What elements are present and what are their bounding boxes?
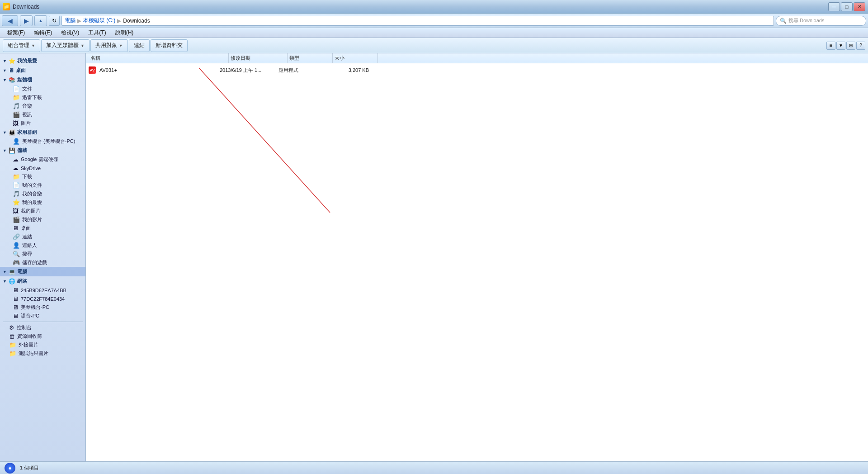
breadcrumb-current: Downloads	[123, 18, 150, 24]
storage-arrow: ▼	[3, 148, 7, 153]
desktop-label: 桌面	[16, 67, 26, 74]
toolbar-share[interactable]: 共用對象 ▼	[90, 39, 128, 52]
sidebar-item-skydrive[interactable]: ☁ SkyDrive	[0, 164, 85, 172]
svg-line-0	[199, 68, 330, 213]
sidebar-section-homegroup[interactable]: ▼ 👪 家用群組	[0, 128, 85, 137]
homegroup-label: 家用群組	[17, 129, 37, 136]
toolbar: 組合管理 ▼ 加入至媒體櫃 ▼ 共用對象 ▼ 連結 新增資料夾 ≡ ▼ ⊟ ?	[0, 38, 868, 53]
my-favorites-icon: ⭐	[13, 199, 20, 206]
minimize-button[interactable]: ─	[828, 2, 840, 11]
sidebar-section-storage[interactable]: ▼ 💾 儲藏	[0, 146, 85, 155]
sidebar-item-control-panel[interactable]: ⚙ 控制台	[0, 323, 85, 332]
external-pics-label: 外接圖片	[19, 341, 38, 348]
refresh-button[interactable]: ↻	[49, 16, 60, 26]
net2-label: 77DC22F784E0434	[21, 296, 65, 302]
window-title: Downloads	[13, 4, 39, 10]
toolbar-add-to-library[interactable]: 加入至媒體櫃 ▼	[41, 39, 90, 52]
library-arrow: ▼	[3, 78, 7, 82]
links-label: 連結	[22, 233, 32, 240]
sidebar-item-downloads[interactable]: 📁 迅雷下載	[0, 93, 85, 102]
titlebar-controls: ─ □ ✕	[828, 2, 865, 11]
view-details-button[interactable]: ≡	[826, 42, 835, 50]
file-item-av031[interactable]: AV AV031● 2013/6/19 上午 1... 應用程式 3,207 K…	[86, 65, 868, 75]
restore-button[interactable]: □	[841, 2, 853, 11]
external-pics-icon: 📁	[9, 341, 16, 348]
net2-icon: 🖥	[13, 295, 19, 302]
download-label: 下載	[22, 173, 32, 180]
sidebar-item-external-pics[interactable]: 📁 外接圖片	[0, 341, 85, 349]
sidebar-item-my-documents[interactable]: 📄 我的文件	[0, 181, 85, 190]
titlebar: 📁 Downloads ─ □ ✕	[0, 0, 868, 14]
sidebar-item-net4[interactable]: 🖥 語音-PC	[0, 312, 85, 320]
favorites-arrow: ▼	[3, 59, 7, 63]
col-header-size[interactable]: 大小	[333, 53, 378, 63]
addressbar: ◀ ▶ ▲ ↻ 電腦 ▶ 本機磁碟 (C:) ▶ Downloads 🔍 搜尋 …	[0, 14, 868, 28]
menu-view[interactable]: 檢視(V)	[57, 28, 84, 38]
sidebar-item-links[interactable]: 🔗 連結	[0, 232, 85, 241]
net1-label: 245B9D62EA7A4BB	[21, 288, 66, 293]
download-folder-icon: 📁	[13, 173, 20, 180]
sidebar-item-my-music[interactable]: 🎵 我的音樂	[0, 190, 85, 198]
sidebar-item-homegroup-pc[interactable]: 👤 美琴機台 (美琴機台-PC)	[0, 137, 85, 146]
col-header-type[interactable]: 類型	[288, 53, 333, 63]
net4-label: 語音-PC	[21, 313, 39, 319]
column-headers: 名稱 修改日期 類型 大小	[86, 53, 868, 63]
sidebar-item-music[interactable]: 🎵 音樂	[0, 102, 85, 110]
sidebar-item-net2[interactable]: 🖥 77DC22F784E0434	[0, 294, 85, 303]
col-header-name[interactable]: 名稱	[89, 53, 229, 63]
col-header-date[interactable]: 修改日期	[229, 53, 288, 63]
view-dropdown-button[interactable]: ▼	[836, 42, 845, 50]
sidebar-item-contacts[interactable]: 👤 連絡人	[0, 241, 85, 250]
toolbar-new-folder[interactable]: 新增資料夾	[151, 39, 188, 52]
sidebar-item-saved-games[interactable]: 🎮 儲存的遊戲	[0, 258, 85, 267]
file-icon-av031: AV	[89, 66, 96, 74]
my-favorites-label: 我的最愛	[22, 199, 42, 206]
menu-edit[interactable]: 編輯(E)	[29, 28, 57, 38]
sidebar-item-download[interactable]: 📁 下載	[0, 172, 85, 181]
menubar: 檔案(F) 編輯(E) 檢視(V) 工具(T) 說明(H)	[0, 28, 868, 38]
breadcrumb[interactable]: 電腦 ▶ 本機磁碟 (C:) ▶ Downloads	[61, 16, 774, 26]
menu-tools[interactable]: 工具(T)	[84, 28, 110, 38]
content-body: AV AV031● 2013/6/19 上午 1... 應用程式 3,207 K…	[86, 63, 868, 461]
homegroup-pc-icon: 👤	[13, 138, 20, 145]
my-pictures-label: 我的圖片	[21, 208, 41, 214]
sidebar-section-computer[interactable]: ▼ 💻 電腦	[0, 267, 85, 276]
sidebar-item-documents[interactable]: 📄 文件	[0, 85, 85, 93]
sidebar-item-video[interactable]: 🎬 視訊	[0, 110, 85, 119]
sidebar-item-search[interactable]: 🔍 搜尋	[0, 250, 85, 258]
library-label: 媒體櫃	[17, 76, 32, 83]
sidebar-item-net1[interactable]: 🖥 245B9D62EA7A4BB	[0, 286, 85, 294]
sidebar-section-library[interactable]: ▼ 📚 媒體櫃	[0, 75, 85, 85]
menu-file[interactable]: 檔案(F)	[3, 28, 29, 38]
back-button[interactable]: ◀	[2, 15, 18, 26]
sidebar-section-favorites[interactable]: ▼ ⭐ 我的最愛	[0, 56, 85, 66]
sidebar-section-desktop[interactable]: ▼ 🖥 桌面	[0, 66, 85, 75]
breadcrumb-drive[interactable]: 本機磁碟 (C:)	[83, 17, 115, 24]
share-dropdown-icon: ▼	[119, 43, 123, 48]
sidebar-item-my-favorites[interactable]: ⭐ 我的最愛	[0, 198, 85, 207]
breadcrumb-computer[interactable]: 電腦	[65, 17, 75, 24]
sidebar-item-my-videos[interactable]: 🎬 我的影片	[0, 215, 85, 224]
up-button[interactable]: ▲	[34, 15, 47, 26]
search-bar[interactable]: 🔍 搜尋 Downloads	[776, 16, 866, 26]
close-button[interactable]: ✕	[854, 2, 865, 11]
sidebar-item-my-pictures[interactable]: 🖼 我的圖片	[0, 207, 85, 215]
sidebar-item-test-results[interactable]: 📁 測試結果圖片	[0, 349, 85, 358]
menu-help[interactable]: 說明(H)	[111, 28, 138, 38]
help-button[interactable]: ?	[856, 42, 865, 50]
preview-pane-button[interactable]: ⊟	[846, 42, 855, 50]
search2-icon: 🔍	[13, 251, 20, 257]
file-size-cell: 3,207 KB	[324, 67, 369, 73]
sidebar-item-net3[interactable]: 🖥 美琴機台-PC	[0, 303, 85, 312]
sidebar-item-desktop[interactable]: 🖥 桌面	[0, 224, 85, 232]
sidebar-item-recycle-bin[interactable]: 🗑 資源回收筒	[0, 332, 85, 341]
net3-label: 美琴機台-PC	[21, 304, 49, 311]
sidebar-item-google-drive[interactable]: ☁ Google 雲端硬碟	[0, 155, 85, 164]
sidebar-section-network[interactable]: ▼ 🌐 網路	[0, 276, 85, 286]
forward-button[interactable]: ▶	[20, 15, 33, 26]
toolbar-link[interactable]: 連結	[129, 39, 150, 52]
sidebar-item-pictures[interactable]: 🖼 圖片	[0, 119, 85, 128]
toolbar-organize[interactable]: 組合管理 ▼	[3, 39, 40, 52]
video-label: 視訊	[22, 111, 32, 118]
documents-icon: 📄	[13, 85, 20, 92]
